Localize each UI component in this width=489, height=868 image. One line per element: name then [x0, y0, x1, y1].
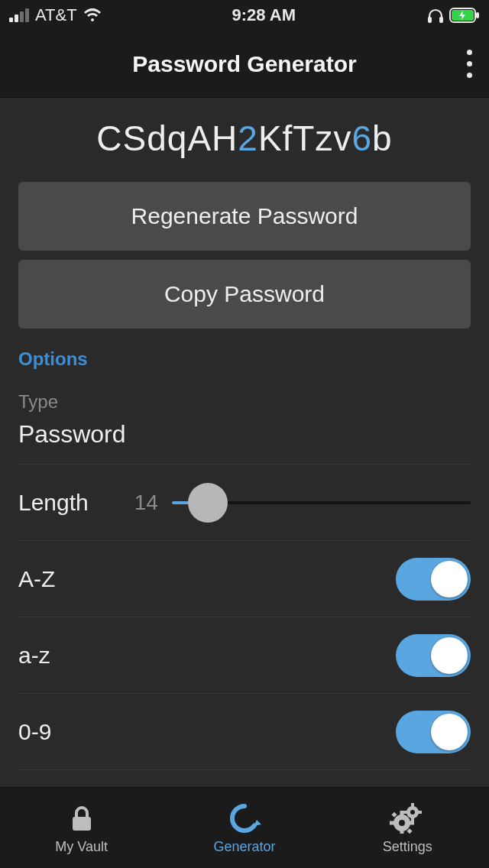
tab-my-vault[interactable]: My Vault: [0, 788, 163, 868]
type-value: Password: [18, 420, 471, 449]
length-label: Length: [18, 490, 89, 516]
svg-rect-1: [439, 17, 443, 23]
svg-rect-13: [418, 811, 422, 814]
regenerate-button[interactable]: Regenerate Password: [18, 182, 471, 251]
svg-point-9: [399, 820, 405, 826]
type-field[interactable]: Type Password: [18, 384, 471, 465]
tab-generator[interactable]: Generator: [163, 788, 325, 868]
svg-rect-0: [428, 17, 432, 23]
toggle-switch[interactable]: [396, 634, 471, 677]
length-row: Length 14: [18, 465, 471, 541]
toggle-label: a-z: [18, 643, 50, 669]
more-menu-button[interactable]: [467, 31, 472, 97]
toggle-row-az: A-Z: [18, 541, 471, 617]
wifi-icon: [83, 8, 102, 22]
toggle-switch[interactable]: [396, 558, 471, 601]
toggle-switch[interactable]: [396, 711, 471, 753]
signal-icon: [9, 8, 29, 22]
svg-point-7: [410, 810, 415, 815]
tab-label: My Vault: [55, 839, 108, 855]
status-bar: AT&T 9:28 AM: [0, 0, 489, 31]
status-time: 9:28 AM: [232, 5, 296, 25]
password-digit: 2: [238, 118, 258, 158]
tab-label: Generator: [213, 839, 275, 855]
svg-rect-16: [390, 821, 394, 825]
length-slider[interactable]: [172, 500, 471, 505]
type-label: Type: [18, 391, 471, 413]
generated-password: CSdqAH2KfTzv6b: [18, 98, 471, 182]
svg-rect-15: [400, 831, 404, 834]
refresh-icon: [228, 801, 261, 836]
status-left: AT&T: [9, 5, 102, 25]
toggle-row-az: a-z: [18, 617, 471, 694]
tab-bar: My VaultGeneratorSettings: [0, 787, 489, 868]
headphones-icon: [426, 7, 445, 24]
tab-label: Settings: [383, 839, 432, 855]
copy-button[interactable]: Copy Password: [18, 260, 471, 329]
toggle-label: 0-9: [18, 719, 51, 745]
password-digit: 6: [351, 118, 372, 158]
carrier-label: AT&T: [35, 5, 77, 25]
battery-charging-icon: [449, 8, 480, 23]
length-value: 14: [134, 491, 158, 515]
gears-icon: [390, 801, 425, 836]
content-area: CSdqAH2KfTzv6b Regenerate Password Copy …: [0, 98, 489, 787]
svg-rect-14: [400, 811, 404, 815]
svg-rect-3: [476, 12, 479, 18]
svg-rect-19: [407, 828, 413, 834]
status-right: [426, 7, 480, 24]
page-title: Password Generator: [132, 51, 356, 77]
toggle-row-09: 0-9: [18, 694, 471, 770]
password-letters: CSdqAH: [96, 118, 238, 158]
svg-rect-10: [411, 803, 414, 807]
svg-rect-5: [73, 817, 91, 831]
options-heading: Options: [18, 344, 471, 384]
svg-rect-18: [392, 812, 397, 818]
app-header: Password Generator: [0, 31, 489, 98]
toggle-label: A-Z: [18, 566, 55, 592]
password-letters: b: [372, 118, 393, 158]
password-letters: KfTzv: [258, 118, 352, 158]
svg-rect-17: [410, 821, 414, 825]
lock-icon: [66, 801, 97, 836]
svg-rect-12: [403, 811, 407, 814]
more-vertical-icon: [467, 50, 472, 78]
tab-settings[interactable]: Settings: [326, 788, 489, 868]
svg-rect-11: [411, 818, 414, 821]
